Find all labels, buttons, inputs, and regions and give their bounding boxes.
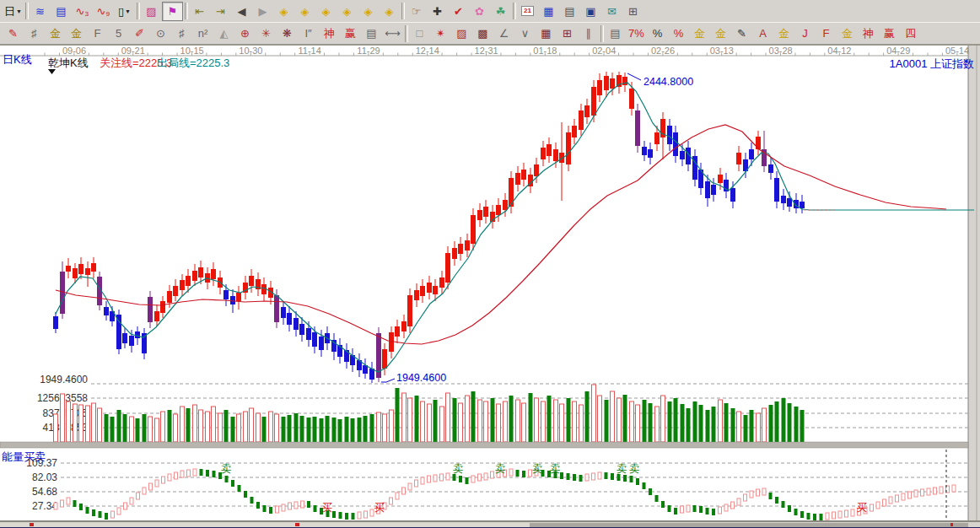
toolbar-button-fibonacci-lines[interactable]: F bbox=[87, 24, 108, 43]
volume-bar bbox=[161, 412, 165, 442]
toolbar-button-compress-horizontal[interactable]: ◈ bbox=[337, 2, 358, 21]
toolbar-button-expand-view[interactable]: ◈ bbox=[379, 2, 400, 21]
toolbar-button-zoom-out-left[interactable]: ◈ bbox=[273, 2, 294, 21]
toolbar-button-kline-pattern[interactable]: ▨ bbox=[141, 2, 162, 21]
toolbar-button-ribbon-tool[interactable]: ✿ bbox=[469, 2, 490, 21]
sub-indicator-bar bbox=[870, 504, 874, 511]
toolbar-button-pan-hand-tool[interactable]: ☞ bbox=[406, 2, 427, 21]
toolbar-button-gold-triple[interactable]: 金 bbox=[710, 24, 731, 43]
toolbar-button-n-square[interactable]: n² bbox=[192, 24, 213, 43]
toolbar-button-gold-circle[interactable]: 金 bbox=[689, 24, 710, 43]
toolbar-button-ma9-lines[interactable]: ∿₉ bbox=[93, 2, 114, 21]
candle-body bbox=[148, 297, 153, 322]
period-day-selector-icon: 日 bbox=[4, 6, 15, 17]
toolbar-button-golden-box[interactable]: 金 bbox=[66, 24, 87, 43]
indicator-label[interactable]: 乾坤K线 bbox=[48, 57, 89, 69]
toolbar-button-grid-arrow[interactable]: ⊞ bbox=[557, 24, 578, 43]
toolbar-button-shaded-rect[interactable]: ▨ bbox=[451, 24, 472, 43]
toolbar-button-shen-tool[interactable]: 神 bbox=[319, 24, 340, 43]
toolbar-button-golden-section[interactable]: 金 bbox=[45, 24, 66, 43]
toolbar-button-crosshair-tool[interactable]: ✚ bbox=[427, 2, 448, 21]
toolbar-button-seven-percent[interactable]: 7% bbox=[626, 24, 647, 43]
toolbar-button-save[interactable]: ▣ bbox=[580, 2, 601, 21]
sub-indicator-bar bbox=[845, 510, 848, 517]
chart-canvas[interactable]: 09-0609-2110-1510-3011-1411-2912-1412-31… bbox=[0, 45, 980, 521]
high-annotation-label: 2444.8000 bbox=[643, 76, 693, 88]
toolbar-button-notes[interactable]: ▤ bbox=[559, 2, 580, 21]
toolbar-button-ying-stamp[interactable]: 赢 bbox=[879, 24, 900, 43]
toolbar-button-cycle-circle[interactable]: ⊙ bbox=[150, 24, 171, 43]
toolbar-button-wave-a[interactable]: A bbox=[752, 24, 773, 43]
toolbar-button-target-circle[interactable]: ⊕ bbox=[234, 24, 256, 43]
toolbar-button-gold-stamp[interactable]: 金 bbox=[773, 24, 794, 43]
toolbar-button-percent-pen[interactable]: ✐ bbox=[129, 24, 150, 43]
toolbar-button-dark-grid[interactable]: ▦ bbox=[536, 24, 557, 43]
candle-body bbox=[91, 263, 96, 272]
toolbar-button-dark-rect[interactable]: ▩ bbox=[472, 24, 493, 43]
candle-body bbox=[445, 253, 450, 283]
toolbar-button-candle-style[interactable]: ▯▼ bbox=[114, 2, 135, 21]
toolbar-button-draw-pen[interactable]: ✎ bbox=[3, 24, 24, 43]
volume-bar bbox=[320, 418, 324, 442]
volume-bar bbox=[724, 403, 729, 442]
volume-bar bbox=[484, 401, 488, 442]
buy-signal-label: 买 bbox=[322, 502, 333, 514]
toolbar-button-first-bar[interactable]: ⇤ bbox=[189, 2, 210, 21]
toolbar-button-vee-lines[interactable]: ∨ bbox=[514, 24, 536, 43]
toolbar-button-angle-lines[interactable]: ∠ bbox=[493, 24, 514, 43]
toolbar-button-percent[interactable]: % bbox=[647, 24, 668, 43]
toolbar-button-gann-star[interactable]: ✳ bbox=[256, 24, 277, 43]
toolbar-button-ruler-123[interactable]: ▤ bbox=[361, 24, 382, 43]
toolbar-button-list-123[interactable]: ▤ bbox=[605, 24, 626, 43]
toolbar-button-measure-width[interactable]: ⟷ bbox=[382, 24, 403, 43]
toolbar-button-zoom-in-right[interactable]: ◈ bbox=[294, 2, 315, 21]
toolbar-button-export[interactable]: ✉ bbox=[601, 2, 622, 21]
toolbar-button-prev-bar[interactable]: ◀ bbox=[231, 2, 252, 21]
toolbar-button-next-bar[interactable]: ▶ bbox=[252, 2, 273, 21]
toolbar-button-period-lines[interactable]: ♯ bbox=[171, 24, 192, 43]
toolbar-button-print[interactable]: ⊞ bbox=[622, 2, 643, 21]
toolbar-button-pen-ruler[interactable]: ✎ bbox=[731, 24, 752, 43]
toolbar-button-f-stamp[interactable]: F bbox=[816, 24, 837, 43]
volume-bar bbox=[687, 408, 691, 442]
toolbar-button-quote-mark-tool[interactable]: I″ bbox=[298, 24, 319, 43]
toolbar-button-info-panel[interactable]: ▤ bbox=[51, 2, 72, 21]
sub-indicator-bar bbox=[415, 480, 418, 487]
toolbar-button-web-grid[interactable]: ❋ bbox=[277, 24, 298, 43]
toolbar-button-brain-analysis[interactable]: ☘ bbox=[490, 2, 511, 21]
toolbar-button-colored-kline[interactable]: ⚑ bbox=[162, 2, 183, 21]
toolbar-button-shen-stamp[interactable]: 神 bbox=[858, 24, 879, 43]
volume-bar bbox=[440, 407, 444, 442]
symbol-label[interactable]: 1A0001 上证指数 bbox=[890, 57, 974, 70]
sub-indicator-bar bbox=[149, 483, 153, 490]
toolbar-button-calendar[interactable]: 21 bbox=[517, 2, 538, 21]
date-tick-label: 02-26 bbox=[651, 46, 675, 56]
period-label[interactable]: 日K线 bbox=[3, 53, 32, 66]
toolbar-button-market-overview[interactable]: ≋ bbox=[30, 2, 51, 21]
toolbar-button-last-bar[interactable]: ⇥ bbox=[210, 2, 231, 21]
toolbar-button-spiral-five[interactable]: 5 bbox=[108, 24, 129, 43]
toolbar-button-compress-view[interactable]: ◈ bbox=[358, 2, 379, 21]
panel-divider[interactable] bbox=[0, 442, 968, 448]
toolbar-button-ma3-lines[interactable]: ∿₃ bbox=[72, 2, 93, 21]
toolbar-button-pennant[interactable]: ◭ bbox=[213, 24, 234, 43]
toolbar-button-rect-tool[interactable]: □ bbox=[409, 24, 430, 43]
toolbar-button-calculator[interactable]: ▦ bbox=[538, 2, 559, 21]
volume-bar bbox=[377, 412, 381, 442]
candle-body bbox=[711, 185, 716, 195]
toolbar-button-parallel-lines[interactable]: ∥ bbox=[578, 24, 599, 43]
volume-bar bbox=[744, 415, 748, 442]
toolbar-button-grid-hash[interactable]: ♯ bbox=[24, 24, 45, 43]
volume-bar bbox=[466, 396, 470, 442]
toolbar-button-j-stamp[interactable]: J bbox=[794, 24, 816, 43]
print-icon: ⊞ bbox=[628, 6, 638, 17]
toolbar-button-percent-baseline[interactable]: % bbox=[668, 24, 689, 43]
toolbar-button-gold-stamp-2[interactable]: 金 bbox=[837, 24, 858, 43]
candle-body bbox=[718, 175, 723, 183]
toolbar-button-si-stamp[interactable]: 四 bbox=[900, 24, 921, 43]
toolbar-button-expand-horizontal[interactable]: ◈ bbox=[315, 2, 337, 21]
toolbar-button-ray-fan[interactable]: ✴ bbox=[430, 24, 451, 43]
toolbar-button-period-day-selector[interactable]: 日▼ bbox=[3, 2, 24, 21]
toolbar-button-pointer-check-tool[interactable]: ✔ bbox=[448, 2, 469, 21]
toolbar-button-ying-tool[interactable]: 赢 bbox=[340, 24, 361, 43]
